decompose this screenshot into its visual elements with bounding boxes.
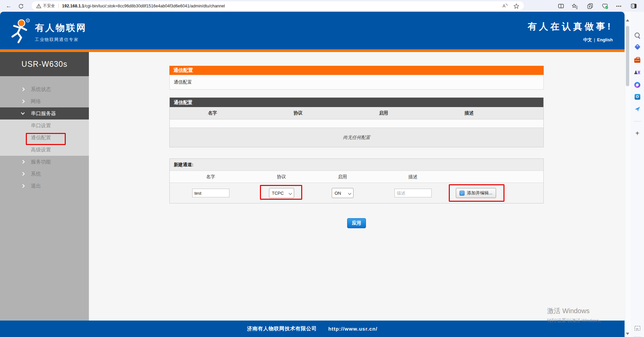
col-spacer	[500, 171, 543, 183]
device-menu: 系统状态 网络 串口服务器 串口设置 通信配置 高级设置 服务功能 系统	[0, 76, 89, 321]
col-protocol: 协议	[255, 107, 341, 119]
channel-name-input[interactable]	[192, 189, 229, 197]
split-screen-button[interactable]	[556, 1, 566, 11]
lang-english-link[interactable]: English	[597, 37, 613, 42]
web-page: R 有人物联网 工业物联网通信专家 有人在认真做事! 中文|English US…	[0, 12, 625, 337]
sidebar-divider	[634, 121, 641, 122]
slogan-text: 有人在认真做事!	[528, 20, 613, 33]
toolbox-icon	[634, 58, 640, 63]
lang-divider: |	[594, 37, 595, 42]
sidebar-item-system-status[interactable]: 系统状态	[0, 83, 89, 95]
sidebar-drop-button[interactable]	[631, 104, 644, 114]
sidebar-item-services[interactable]: 服务功能	[0, 156, 89, 168]
chevron-right-icon	[21, 87, 24, 91]
col-description: 描述	[426, 107, 512, 119]
url-domain: 192.168.1.1	[62, 4, 84, 8]
browser-toolbar: ← 不安全 192.168.1.1/cgi-bin/luci/;stok=8cc…	[0, 0, 644, 12]
page-title: 通信配置	[169, 66, 544, 75]
edit-icon: ←	[460, 191, 465, 196]
sidebar-tools-button[interactable]	[631, 55, 644, 65]
new-channel-header-row: 名字 协议 启用 描述	[170, 171, 543, 183]
device-name: USR-W630s	[0, 52, 89, 76]
sidebar-search-button[interactable]	[631, 30, 644, 40]
description-input[interactable]	[394, 189, 432, 197]
scroll-down-arrow[interactable]	[626, 333, 629, 335]
sidebar-m365-button[interactable]	[631, 80, 644, 90]
sidebar-outlook-button[interactable]: O	[631, 92, 644, 102]
empty-row	[170, 119, 543, 128]
screenshot-tool-button[interactable]: ✂	[631, 323, 644, 333]
add-and-edit-button[interactable]: ← 添加并编辑...	[456, 188, 496, 198]
col-protocol: 协议	[252, 171, 311, 183]
sidebar-games-button[interactable]: ♟♜	[631, 67, 644, 77]
address-bar[interactable]: 不安全 192.168.1.1/cgi-bin/luci/;stok=8cc96…	[32, 1, 524, 10]
security-label: 不安全	[43, 3, 55, 9]
read-aloud-icon[interactable]: A	[502, 3, 507, 8]
channel-table-header-row: 名字 协议 启用 描述	[170, 107, 543, 119]
apply-button[interactable]: 应用	[347, 218, 366, 228]
screen: { "browser": { "security_label": "不安全", …	[0, 0, 644, 337]
refresh-icon	[18, 4, 23, 9]
sidebar-item-serial-server[interactable]: 串口服务器	[0, 107, 89, 119]
svg-text:R: R	[27, 19, 29, 22]
favorite-star-icon[interactable]	[514, 3, 519, 9]
site-footer: 济南有人物联网技术有限公司 http://www.usr.cn/	[0, 321, 625, 337]
sidebar-toggle-button[interactable]	[629, 1, 638, 11]
browser-essentials-icon	[602, 3, 608, 9]
site-header: R 有人物联网 工业物联网通信专家 有人在认真做事! 中文|English	[0, 12, 625, 49]
scroll-up-arrow[interactable]	[626, 19, 629, 21]
sidebar-item-logout[interactable]: 退出	[0, 180, 89, 192]
new-channel-section: 新建通道: 名字 协议 启用 描述 TCPC ON	[169, 158, 544, 203]
col-description: 描述	[374, 171, 452, 183]
sidebar-shopping-button[interactable]	[631, 42, 644, 52]
sidebar-item-serial-settings[interactable]: 串口设置	[0, 119, 89, 132]
lang-chinese-link[interactable]: 中文	[583, 37, 592, 42]
search-icon	[635, 33, 640, 38]
paper-plane-icon	[635, 106, 640, 112]
url-text[interactable]: 192.168.1.1/cgi-bin/luci/;stok=8cc96d8b3…	[62, 4, 225, 8]
url-path: /cgi-bin/luci/;stok=8cc96d8b30d8f1516e4a…	[84, 4, 225, 8]
collections-icon	[587, 3, 593, 9]
sidebar-item-system[interactable]: 系统	[0, 168, 89, 180]
collections-button[interactable]	[585, 1, 595, 11]
screenshot-icon: ✂	[635, 326, 640, 331]
scrollbar-thumb[interactable]	[626, 26, 629, 86]
plus-icon: +	[635, 130, 639, 137]
col-actions	[512, 107, 544, 119]
split-screen-icon	[558, 3, 564, 9]
new-channel-input-row: TCPC ON ← 添加并编辑...	[170, 183, 543, 203]
favorites-button[interactable]	[570, 1, 580, 11]
sidebar-customize-button[interactable]: +	[631, 128, 644, 138]
language-switch: 中文|English	[528, 37, 613, 43]
col-name: 名字	[170, 107, 255, 119]
chevron-right-icon	[21, 160, 24, 163]
brand-name: 有人物联网	[35, 22, 87, 34]
channel-table-title: 通信配置	[170, 98, 543, 107]
footer-company: 济南有人物联网技术有限公司	[247, 326, 317, 332]
browser-essentials-button[interactable]	[600, 1, 610, 11]
not-secure-warning-icon	[36, 4, 41, 8]
header-accent-strip	[0, 49, 625, 52]
protocol-select[interactable]: TCPC	[269, 188, 294, 198]
chevron-right-icon	[21, 184, 24, 188]
new-channel-label: 新建通道:	[170, 159, 543, 171]
favorites-icon	[572, 3, 578, 9]
sidebar-item-comm-config[interactable]: 通信配置	[0, 132, 89, 144]
more-menu-button[interactable]: ⋯	[614, 1, 624, 11]
footer-website-link[interactable]: http://www.usr.cn/	[328, 326, 378, 332]
enable-select[interactable]: ON	[332, 188, 354, 198]
back-button[interactable]: ←	[4, 1, 13, 11]
more-dots-icon: ⋯	[616, 3, 622, 9]
slogan-block: 有人在认真做事! 中文|English	[528, 20, 613, 43]
sidebar-item-network[interactable]: 网络	[0, 95, 89, 107]
chevron-right-icon	[21, 172, 24, 176]
usr-logo: R	[9, 18, 31, 44]
refresh-button[interactable]	[16, 1, 25, 11]
brand-block: 有人物联网 工业物联网通信专家	[35, 22, 87, 43]
chess-icon: ♟♜	[634, 70, 641, 75]
col-action	[452, 171, 500, 183]
sidebar-item-advanced-settings[interactable]: 高级设置	[0, 144, 89, 156]
microsoft-365-icon	[634, 82, 640, 88]
address-bar-divider	[58, 4, 59, 8]
chevron-right-icon	[21, 99, 24, 103]
